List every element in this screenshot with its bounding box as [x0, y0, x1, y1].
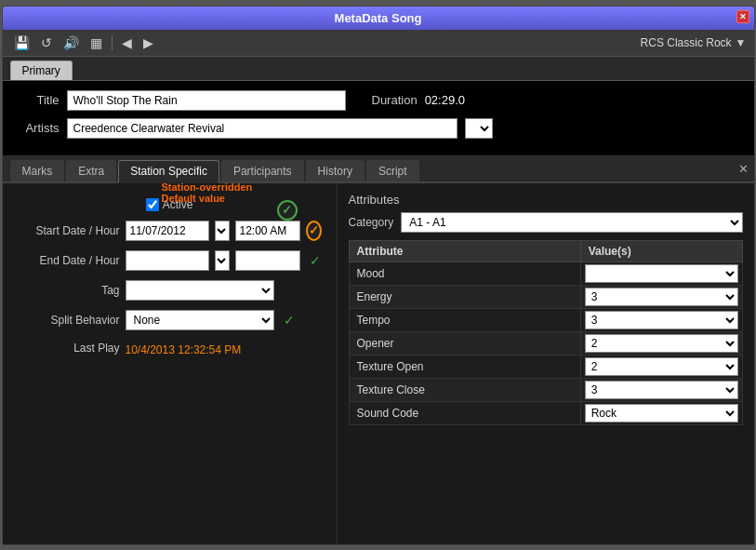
- tag-row: Tag: [18, 280, 322, 301]
- attribute-value-cell: 2: [580, 331, 742, 355]
- artists-dropdown[interactable]: [465, 118, 493, 139]
- title-bar: MetaData Song ✕: [3, 7, 754, 30]
- attribute-value-select[interactable]: 2: [585, 334, 738, 353]
- toolbar: 💾 ↺ 🔊 ▦ ◀ ▶ RCS Classic Rock ▼: [3, 30, 754, 57]
- table-row: Tempo3: [349, 308, 742, 331]
- last-play-value: 10/4/2013 12:32:54 PM: [126, 343, 242, 356]
- end-time-input[interactable]: [235, 250, 300, 271]
- attribute-value-cell: 3: [580, 378, 742, 401]
- end-date-label: End Date / Hour: [18, 254, 120, 267]
- tab-marks[interactable]: Marks: [10, 160, 65, 181]
- table-row: Texture Close3: [349, 378, 742, 401]
- split-behavior-check-icon: ✓: [284, 313, 295, 328]
- table-row: Energy3: [349, 285, 742, 308]
- active-row: Active Station-overridden Default value …: [18, 198, 322, 211]
- title-label: Title: [18, 93, 60, 107]
- attribute-value-cell: [580, 262, 742, 285]
- left-panel: Active Station-overridden Default value …: [3, 183, 338, 544]
- attribute-name-cell: Sound Code: [349, 401, 580, 424]
- annotation-default: Default value: [162, 193, 225, 204]
- save-icon[interactable]: 💾: [10, 34, 33, 52]
- attribute-value-select[interactable]: 3: [585, 311, 738, 329]
- artists-input[interactable]: [67, 118, 458, 139]
- tag-label: Tag: [18, 284, 120, 297]
- tab-station-specific[interactable]: Station Specific: [118, 160, 219, 183]
- split-behavior-select[interactable]: None: [126, 310, 274, 330]
- end-date-input[interactable]: [126, 250, 209, 271]
- title-row: Title Duration 02:29.0: [18, 90, 739, 111]
- primary-tab[interactable]: Primary: [10, 60, 73, 80]
- tab-close-icon[interactable]: ✕: [738, 162, 749, 176]
- tab-script[interactable]: Script: [366, 160, 419, 181]
- close-icon: ✕: [739, 12, 747, 21]
- attribute-value-select[interactable]: 2: [585, 357, 738, 376]
- attribute-value-cell: 3: [580, 285, 742, 308]
- green-check-icon: ✓: [277, 200, 298, 221]
- station-dropdown-arrow[interactable]: ▼: [736, 36, 747, 49]
- tab-history[interactable]: History: [306, 160, 365, 181]
- table-header-row: Attribute Value(s): [349, 240, 742, 262]
- attributes-label: Attributes: [349, 193, 743, 207]
- forward-icon[interactable]: ▶: [139, 34, 157, 52]
- attribute-value-select[interactable]: 3: [585, 381, 738, 399]
- attribute-value-select[interactable]: [585, 264, 738, 283]
- active-checkbox[interactable]: [146, 198, 159, 211]
- table-row: Opener2: [349, 331, 742, 355]
- split-behavior-row: Split Behavior None ✓: [18, 310, 322, 330]
- separator: [112, 35, 113, 50]
- main-content: Active Station-overridden Default value …: [3, 183, 754, 544]
- values-col-header: Value(s): [580, 240, 742, 262]
- end-date-dropdown[interactable]: ▼: [215, 250, 230, 271]
- station-selector: RCS Classic Rock ▼: [641, 36, 747, 49]
- start-date-row: Start Date / Hour ▼ ✓: [18, 221, 322, 241]
- last-play-row: Last Play 10/4/2013 12:32:54 PM: [18, 340, 322, 356]
- attribute-name-cell: Opener: [349, 331, 580, 355]
- tab-participants[interactable]: Participants: [221, 160, 304, 181]
- back-icon[interactable]: ◀: [118, 34, 136, 52]
- attribute-name-cell: Texture Close: [349, 378, 580, 401]
- attribute-name-cell: Mood: [349, 262, 580, 285]
- annotation-box: Station-overridden Default value: [162, 183, 253, 204]
- close-button[interactable]: ✕: [736, 10, 749, 23]
- duration-label: Duration: [372, 93, 418, 107]
- category-row: Category A1 - A1: [349, 212, 743, 233]
- attribute-value-cell: Rock: [580, 401, 742, 424]
- end-date-row: End Date / Hour ▼ ✓: [18, 250, 322, 271]
- last-play-label: Last Play: [18, 342, 120, 355]
- station-label: RCS Classic Rock: [641, 36, 732, 49]
- artists-label: Artists: [18, 121, 60, 135]
- table-row: Texture Open2: [349, 355, 742, 378]
- title-input[interactable]: [67, 90, 346, 111]
- tab-extra[interactable]: Extra: [66, 160, 116, 181]
- primary-tab-bar: Primary: [3, 57, 754, 81]
- attributes-table: Attribute Value(s) MoodEnergy3Tempo3Open…: [349, 240, 743, 425]
- split-behavior-label: Split Behavior: [18, 314, 120, 327]
- category-label: Category: [349, 216, 394, 229]
- artists-row: Artists: [18, 118, 739, 139]
- attribute-col-header: Attribute: [349, 240, 580, 262]
- right-panel: Attributes Category A1 - A1 Attribute Va…: [338, 183, 754, 544]
- start-time-input[interactable]: [235, 221, 300, 241]
- table-row: Mood: [349, 262, 742, 285]
- start-date-dropdown[interactable]: ▼: [215, 221, 230, 241]
- tag-select[interactable]: [126, 280, 274, 301]
- attribute-name-cell: Tempo: [349, 308, 580, 331]
- start-date-label: Start Date / Hour: [18, 224, 120, 237]
- attribute-value-select[interactable]: 3: [585, 288, 738, 306]
- attribute-value-cell: 2: [580, 355, 742, 378]
- annotation-station: Station-overridden: [162, 183, 253, 193]
- attribute-value-select[interactable]: Rock: [585, 404, 738, 423]
- orange-check-icon: ✓: [306, 221, 322, 241]
- speaker-icon[interactable]: 🔊: [60, 34, 83, 52]
- menu-icon[interactable]: ▦: [86, 34, 106, 52]
- main-window: MetaData Song ✕ 💾 ↺ 🔊 ▦ ◀ ▶ RCS Classic …: [2, 6, 755, 545]
- green-check-indicator: ✓: [277, 200, 298, 221]
- attribute-name-cell: Texture Open: [349, 355, 580, 378]
- window-title: MetaData Song: [335, 11, 422, 25]
- end-date-check-icon: ✓: [310, 253, 321, 268]
- category-select[interactable]: A1 - A1: [401, 212, 742, 233]
- attribute-name-cell: Energy: [349, 285, 580, 308]
- start-date-input[interactable]: [126, 221, 209, 241]
- duration-value: 02:29.0: [425, 93, 465, 107]
- refresh-icon[interactable]: ↺: [37, 34, 56, 52]
